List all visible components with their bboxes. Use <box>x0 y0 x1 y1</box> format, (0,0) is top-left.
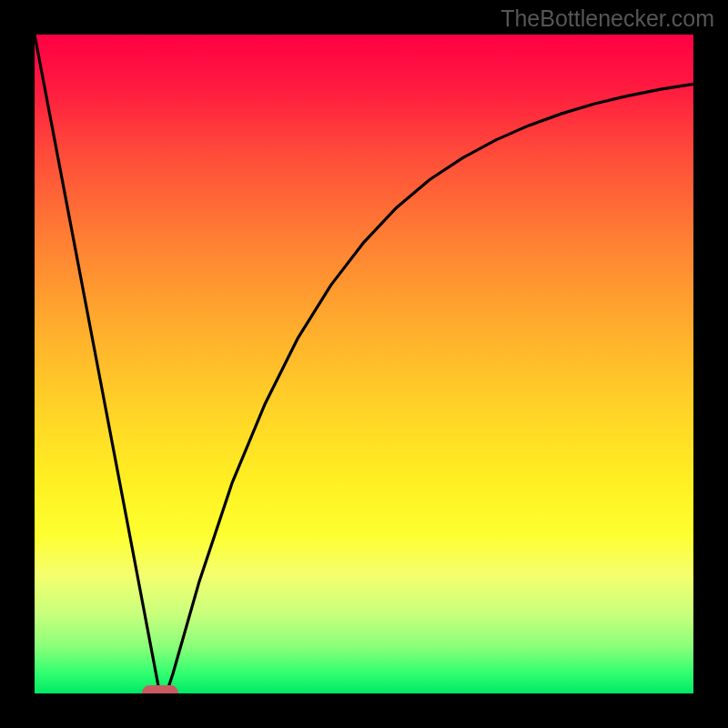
watermark: TheBottlenecker.com <box>500 5 714 32</box>
chart-frame: TheBottlenecker.com <box>0 0 728 728</box>
plot-area <box>35 35 693 693</box>
bottleneck-curve <box>35 35 693 693</box>
optimum-marker <box>142 685 178 693</box>
